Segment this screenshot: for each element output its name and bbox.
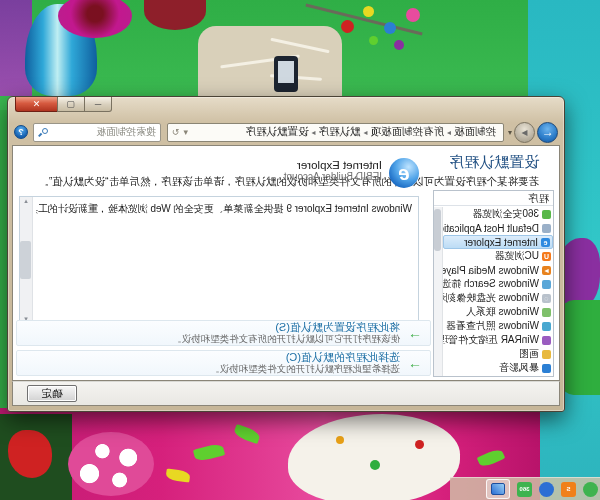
program-label: 记事本 — [509, 375, 539, 376]
wallpaper-shape — [8, 430, 52, 478]
wallpaper-shape — [68, 432, 154, 496]
set-default-programs-window: ─ ▢ ✕ ← ▸ ▾ 控制面板▸所有控制面板项▸默认程序▸设置默认程序 ▾ ↻… — [7, 96, 565, 412]
winrar-icon — [542, 336, 551, 345]
program-list-item[interactable]: 记事本 — [443, 375, 553, 376]
breadcrumb[interactable]: 控制面板▸所有控制面板项▸默认程序▸设置默认程序 ▾ ↻ — [167, 123, 504, 142]
search-input[interactable]: 搜索控制面板 — [33, 123, 161, 142]
program-list-item[interactable]: 画图 — [443, 347, 553, 361]
breadcrumb-separator-icon: ▸ — [363, 128, 367, 137]
uc-browser-icon: U — [542, 252, 551, 261]
search-filter-icon — [542, 280, 551, 289]
window-monitor-icon — [491, 483, 505, 495]
photo-viewer-icon — [542, 322, 551, 331]
program-list-item[interactable]: ◌Windows 光盘映像刻录机 — [443, 291, 553, 305]
program-list-item[interactable]: 360安全浏览器 — [443, 207, 553, 221]
program-label: Windows Search 筛选器 — [443, 277, 539, 291]
option-description: 选择希望此程序默认打开的文件类型和协议。 — [210, 364, 400, 374]
program-label: UC浏览器 — [495, 249, 539, 263]
breadcrumb-item[interactable]: 设置默认程序 — [242, 125, 311, 137]
program-description-box: Windows Internet Explorer 9 提供全新菜单、更安全的 … — [19, 196, 419, 324]
breadcrumb-item[interactable]: 控制面板 — [451, 125, 499, 137]
wallpaper-shape — [336, 436, 344, 444]
program-label: 360安全浏览器 — [472, 207, 539, 221]
internet-explorer-icon: e — [389, 158, 419, 188]
program-vendor: IEBID Builder Account — [284, 171, 382, 182]
program-label: WinRAR 压缩文件管理器 — [443, 333, 539, 347]
wallpaper-shape — [384, 22, 396, 34]
scrollbar-thumb[interactable] — [434, 209, 441, 251]
wallpaper-phone-shape — [274, 56, 298, 92]
scroll-up-icon[interactable]: ▲ — [23, 198, 29, 204]
program-details: e Internet Explorer IEBID Builder Accoun… — [19, 158, 419, 324]
programs-panel: 程序 360安全浏览器Default Host ApplicationeInte… — [433, 190, 554, 377]
storm-player-icon — [542, 364, 551, 373]
program-label: Windows 光盘映像刻录机 — [443, 291, 539, 305]
breadcrumb-segments: 控制面板▸所有控制面板项▸默认程序▸设置默认程序 — [242, 125, 499, 139]
wallpaper-shape — [341, 20, 354, 33]
title-bar[interactable]: ─ ▢ ✕ — [8, 97, 564, 119]
programs-list[interactable]: 360安全浏览器Default Host ApplicationeInterne… — [443, 207, 553, 376]
close-button[interactable]: ✕ — [15, 97, 57, 112]
help-icon[interactable]: ? — [14, 125, 28, 139]
breadcrumb-separator-icon: ▸ — [311, 128, 315, 137]
program-description: Windows Internet Explorer 9 提供全新菜单、更安全的 … — [36, 202, 412, 216]
refresh-icon[interactable]: ↻ — [172, 127, 180, 137]
choose-defaults-option[interactable]: → 选择此程序的默认值(C) 选择希望此程序默认打开的文件类型和协议。 — [16, 350, 431, 376]
address-dropdown-icon[interactable]: ▾ — [184, 127, 189, 137]
blue-circle-app-icon[interactable] — [539, 482, 554, 497]
set-as-default-option[interactable]: → 将此程序设置为默认值(S) 使该程序打开它可以默认打开的所有文件类型和协议。 — [16, 320, 431, 346]
program-name: Internet Explorer — [284, 159, 382, 171]
screen: ─ ▢ ✕ ← ▸ ▾ 控制面板▸所有控制面板项▸默认程序▸设置默认程序 ▾ ↻… — [0, 0, 600, 500]
partial-green-app-icon[interactable] — [583, 482, 598, 497]
ie-icon: e — [541, 238, 550, 247]
bottom-bar: 确定 — [12, 381, 560, 406]
wallpaper-shape — [370, 460, 380, 470]
disc-burner-icon: ◌ — [542, 294, 551, 303]
program-list-item[interactable]: eInternet Explorer — [443, 235, 553, 249]
program-list-item[interactable]: Default Host Application — [443, 221, 553, 235]
green-arrow-icon: → — [408, 355, 422, 371]
program-label: Windows 照片查看器 — [446, 319, 539, 333]
program-list-item[interactable]: Windows 联系人 — [443, 305, 553, 319]
green-arrow-icon: → — [408, 325, 422, 341]
host-app-icon — [542, 224, 551, 233]
program-label: Internet Explorer — [464, 237, 538, 248]
program-label: Default Host Application — [443, 223, 539, 234]
360-safety-icon[interactable]: 360 — [517, 482, 532, 497]
taskbar[interactable]: S360 — [450, 477, 600, 500]
program-label: Windows 联系人 — [466, 305, 539, 319]
wallpaper-shape — [394, 40, 404, 50]
nav-history-dropdown-icon[interactable]: ▾ — [508, 128, 512, 137]
program-label: 画图 — [519, 347, 539, 361]
breadcrumb-item[interactable]: 所有控制面板项 — [367, 125, 447, 137]
default-options: → 将此程序设置为默认值(S) 使该程序打开它可以默认打开的所有文件类型和协议。… — [16, 320, 431, 380]
wallpaper-shape — [369, 36, 378, 45]
program-list-item[interactable]: UUC浏览器 — [443, 249, 553, 263]
control-panel-window-icon[interactable] — [486, 479, 510, 499]
description-scrollbar[interactable]: ▲ ▼ — [20, 197, 33, 323]
option-description: 使该程序打开它可以默认打开的所有文件类型和协议。 — [172, 334, 400, 344]
ok-button[interactable]: 确定 — [27, 385, 77, 402]
back-button[interactable]: ← — [537, 122, 558, 143]
wallpaper-shape — [415, 440, 424, 449]
program-list-item[interactable]: ►Windows Media Player — [443, 263, 553, 277]
program-list-item[interactable]: WinRAR 压缩文件管理器 — [443, 333, 553, 347]
forward-button[interactable]: ▸ — [514, 122, 535, 143]
programs-scrollbar[interactable] — [434, 207, 443, 376]
breadcrumb-item[interactable]: 默认程序 — [315, 125, 363, 137]
browser-360-icon — [542, 210, 551, 219]
maximize-button[interactable]: ▢ — [57, 97, 84, 112]
window-content: 设置默认程序 若要将某个程序设置为可以打开的所有文件类型和协议的默认程序，请单击… — [12, 145, 560, 381]
program-list-item[interactable]: Windows 照片查看器 — [443, 319, 553, 333]
sogou-orange-app-icon[interactable]: S — [561, 482, 576, 497]
contacts-icon — [542, 308, 551, 317]
search-placeholder: 搜索控制面板 — [96, 125, 156, 139]
program-list-item[interactable]: Windows Search 筛选器 — [443, 277, 553, 291]
wallpaper-shape — [363, 6, 374, 17]
minimize-button[interactable]: ─ — [84, 97, 112, 112]
search-icon[interactable] — [38, 127, 49, 138]
wmp-icon: ► — [542, 266, 551, 275]
program-list-item[interactable]: 暴风影音 — [443, 361, 553, 375]
scrollbar-thumb[interactable] — [21, 241, 32, 279]
program-label: 暴风影音 — [499, 361, 539, 375]
